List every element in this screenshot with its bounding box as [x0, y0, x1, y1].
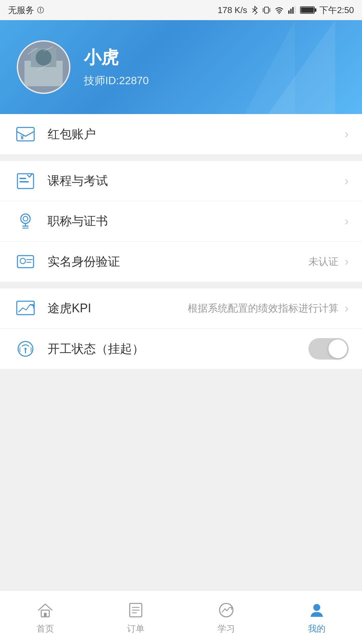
shiming-value: 未认证 — [308, 255, 339, 269]
menu-section-2: 课程与考试 › 职称与证书 › 实名身份验证 未认证 › — [0, 161, 362, 282]
svg-rect-39 — [44, 613, 47, 617]
svg-rect-10 — [290, 9, 292, 14]
nav-item-study[interactable]: 学习 — [181, 591, 272, 644]
svg-rect-20 — [17, 127, 34, 141]
kaigong-icon — [13, 337, 38, 361]
svg-rect-34 — [17, 301, 34, 315]
menu-section-1: ¥ 红包账户 › — [0, 114, 362, 154]
zhicheng-label: 职称与证书 — [48, 213, 342, 229]
toggle-thumb — [328, 339, 347, 358]
kpi-chevron: › — [345, 302, 349, 316]
svg-rect-24 — [19, 181, 29, 182]
nav-label-order: 订单 — [127, 623, 144, 635]
kpi-label: 途虎KPI — [48, 300, 188, 317]
wifi-icon — [275, 6, 284, 14]
status-bar: 无服务 178 K/s — [0, 0, 362, 20]
time-text: 下午2:50 — [319, 4, 354, 16]
svg-point-45 — [313, 604, 320, 611]
bottom-nav: 首页 订单 学习 — [0, 590, 362, 644]
kpi-icon — [13, 297, 38, 321]
battery-icon — [300, 6, 315, 14]
nav-item-order[interactable]: 订单 — [90, 591, 181, 644]
svg-point-2 — [40, 11, 41, 12]
kecheng-icon — [13, 169, 38, 193]
profile-header: 小虎 技师ID:22870 — [0, 20, 362, 114]
zhicheng-icon — [13, 209, 38, 233]
nav-label-mine: 我的 — [308, 623, 325, 635]
svg-line-4 — [252, 10, 255, 12]
zhicheng-chevron: › — [345, 214, 349, 228]
nav-item-mine[interactable]: 我的 — [272, 591, 362, 644]
shiming-label: 实名身份验证 — [48, 254, 308, 270]
svg-point-37 — [24, 348, 26, 350]
no-service-icon — [37, 6, 44, 14]
svg-rect-12 — [294, 6, 296, 14]
nav-item-home[interactable]: 首页 — [0, 591, 90, 644]
svg-point-8 — [279, 13, 280, 14]
status-left: 无服务 — [8, 4, 44, 16]
signal-icon — [288, 6, 296, 14]
svg-text:¥: ¥ — [20, 134, 24, 141]
menu-item-kaigong[interactable]: 开工状态（挂起） — [0, 329, 362, 369]
svg-rect-11 — [292, 7, 294, 14]
shiming-chevron: › — [345, 255, 349, 269]
svg-rect-23 — [19, 178, 26, 179]
svg-line-3 — [252, 8, 255, 10]
profile-id: 技师ID:22870 — [84, 73, 149, 88]
kaigong-toggle[interactable] — [308, 338, 349, 360]
profile-name: 小虎 — [84, 46, 149, 69]
kecheng-chevron: › — [345, 174, 349, 188]
mine-icon — [307, 600, 327, 620]
svg-rect-9 — [288, 10, 290, 14]
menu-item-kecheng[interactable]: 课程与考试 › — [0, 161, 362, 201]
menu-item-kpi[interactable]: 途虎KPI 根据系统配置的绩效指标进行计算 › — [0, 288, 362, 329]
menu-item-zhicheng[interactable]: 职称与证书 › — [0, 201, 362, 241]
vibrate-icon — [262, 6, 270, 14]
hongbao-chevron: › — [345, 127, 349, 141]
svg-point-26 — [23, 216, 28, 221]
avatar-image — [18, 40, 69, 94]
svg-rect-5 — [264, 7, 268, 13]
home-icon — [35, 600, 55, 620]
hongbao-icon: ¥ — [13, 122, 38, 146]
study-icon — [216, 600, 236, 620]
svg-point-16 — [36, 50, 52, 66]
status-right: 178 K/s 下午2:50 — [218, 4, 354, 16]
kaigong-label: 开工状态（挂起） — [48, 341, 308, 357]
hongbao-label: 红包账户 — [48, 126, 342, 143]
menu-item-shiming[interactable]: 实名身份验证 未认证 › — [0, 241, 362, 282]
svg-point-25 — [21, 214, 30, 223]
svg-point-31 — [20, 258, 25, 264]
menu-section-3: 途虎KPI 根据系统配置的绩效指标进行计算 › 开工状态（挂起） — [0, 288, 362, 369]
menu-item-hongbao[interactable]: ¥ 红包账户 › — [0, 114, 362, 154]
avatar — [17, 40, 70, 94]
shiming-icon — [13, 250, 38, 274]
content-area — [0, 376, 362, 610]
bluetooth-icon — [251, 6, 258, 14]
nav-label-home: 首页 — [37, 623, 54, 635]
speed-text: 178 K/s — [218, 5, 247, 15]
nav-label-study: 学习 — [218, 623, 235, 635]
no-service-text: 无服务 — [8, 4, 34, 16]
profile-info: 小虎 技师ID:22870 — [84, 46, 149, 88]
kpi-value: 根据系统配置的绩效指标进行计算 — [188, 302, 339, 315]
order-icon — [126, 600, 146, 620]
kecheng-label: 课程与考试 — [48, 173, 342, 189]
